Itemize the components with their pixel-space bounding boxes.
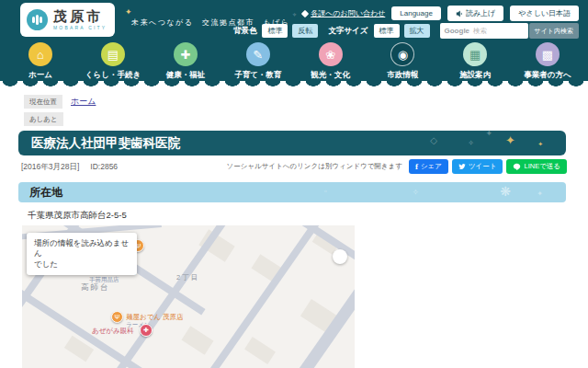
breadcrumb: 現在位置 ホーム (24, 95, 96, 109)
facilities-icon: ▦ (463, 42, 487, 66)
home-icon: ⌂ (28, 42, 52, 66)
font-size-label: 文字サイズ (328, 26, 368, 37)
ramen-marker-icon[interactable]: Ψ (111, 311, 123, 323)
map-label-district: 高師台 (81, 282, 110, 293)
facebook-share-button[interactable]: f シェア (409, 159, 448, 174)
nav-item-tourism[interactable]: ❀ 観光・文化 (303, 42, 358, 81)
nav-item-business[interactable]: ▩ 事業者の方へ (520, 42, 575, 81)
breadcrumb-home-link[interactable]: ホーム (71, 96, 96, 108)
living-procedures-icon: ▤ (101, 42, 125, 66)
bg-standard-button[interactable]: 標準 (262, 24, 288, 38)
city-name: 茂原市 (53, 9, 107, 23)
line-share-button[interactable]: LINEで送る (506, 159, 567, 174)
bg-color-label: 背景色 (233, 26, 257, 37)
contact-link[interactable]: 各課へのお問い合わせ (302, 8, 385, 18)
article-meta: [2016年3月28日] ID:2856 (21, 162, 118, 173)
twitter-share-button[interactable]: ツイート (452, 159, 503, 174)
footprints-row: あしあと (24, 112, 63, 126)
map-building (244, 337, 276, 364)
business-icon: ▩ (536, 42, 560, 66)
wave-border (0, 81, 588, 90)
location-badge: 現在位置 (24, 95, 62, 109)
city-name-en: MOBARA CITY (53, 25, 107, 30)
line-icon (513, 163, 521, 171)
facebook-icon: f (415, 162, 418, 171)
global-nav: ⌂ ホーム ▤ くらし・手続き ✚ 健康・福祉 ✎ 子育て・教育 ❀ 観光・文化… (13, 42, 575, 81)
health-welfare-icon: ✚ (174, 42, 198, 66)
map-label-chome: 2丁目 (176, 273, 199, 282)
article-date: [2016年3月28日] (21, 162, 79, 173)
mobara-city-page: 茂原市 MOBARA CITY 未来へつながる 交流拠点都市 もばら ✦ ✦ ✧… (0, 0, 588, 368)
map-building (182, 326, 214, 354)
font-large-button[interactable]: 拡大 (404, 24, 430, 38)
site-search-input[interactable]: Google 検索 (440, 23, 528, 39)
social-share-row: ソーシャルサイトへのリンクは別ウィンドウで開きます f シェア ツイート LIN… (227, 159, 567, 174)
article-id: ID:2856 (90, 162, 118, 173)
social-note: ソーシャルサイトへのリンクは別ウィンドウで開きます (227, 162, 402, 171)
nav-item-health[interactable]: ✚ 健康・福祉 (158, 42, 213, 81)
easy-japanese-button[interactable]: やさしい日本語 (510, 6, 579, 21)
readaloud-button[interactable]: 読み上げ (447, 6, 503, 21)
section-header: 所在地 ❋ ✧ ◦ ✦ (18, 182, 566, 202)
address-text: 千葉県茂原市高師台2-5-5 (28, 210, 127, 222)
google-logo: Google (445, 27, 470, 35)
medical-marker-icon[interactable]: ✚ (140, 324, 153, 337)
tourism-culture-icon: ❀ (319, 42, 343, 66)
bg-invert-button[interactable]: 反転 (292, 24, 318, 38)
search-placeholder: 検索 (473, 27, 487, 36)
map-error-popup: 場所の情報を読み込めません でした (27, 233, 137, 275)
utility-row-top: 各課へのお問い合わせ Language 読み上げ やさしい日本語 (302, 6, 579, 21)
location-map[interactable]: 場所の情報を読み込めません でした Ψ ✂ クラフトハート トーカイ茂原店 手芸… (22, 225, 355, 368)
page-title: 医療法人社団甲斐歯科医院 (18, 131, 566, 155)
nav-item-home[interactable]: ⌂ ホーム (13, 42, 68, 81)
twitter-icon (458, 163, 466, 170)
childcare-education-icon: ✎ (246, 42, 270, 66)
diamond-icon (301, 9, 309, 17)
font-standard-button[interactable]: 標準 (374, 24, 400, 38)
city-info-icon: ◉ (390, 42, 414, 66)
map-label-eye-clinic[interactable]: あぜがみ眼科 (92, 327, 134, 336)
nav-item-facilities[interactable]: ▦ 施設案内 (447, 42, 503, 81)
footprints-badge: あしあと (24, 112, 63, 126)
map-control-button[interactable] (333, 249, 347, 264)
site-search-button[interactable]: サイト内検索 (529, 23, 580, 39)
language-button[interactable]: Language (391, 6, 441, 20)
speaker-icon (456, 10, 463, 17)
nav-item-city-info[interactable]: ◉ 市政情報 (375, 42, 430, 81)
nav-item-living[interactable]: ▤ くらし・手続き (85, 42, 141, 81)
page-title-bar: 医療法人社団甲斐歯科医院 ✦ ✧ ✦ ◇ ✦ (18, 131, 566, 155)
utility-row-bottom: 背景色 標準 反転 文字サイズ 標準 拡大 Google 検索 サイト内検索 (233, 23, 579, 39)
city-logo[interactable]: 茂原市 MOBARA CITY (20, 3, 115, 37)
city-logo-icon (27, 9, 48, 30)
section-title: 所在地 (18, 182, 566, 202)
nav-item-childcare[interactable]: ✎ 子育て・教育 (231, 42, 286, 81)
